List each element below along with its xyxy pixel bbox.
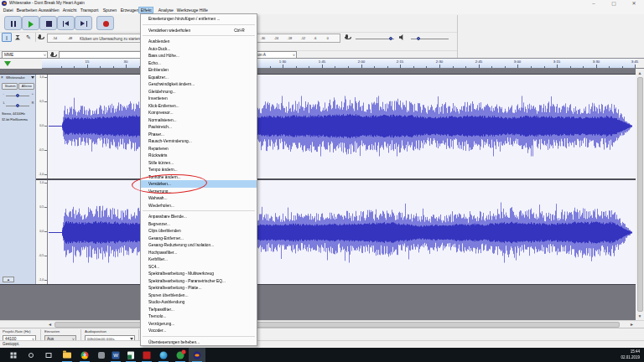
taskbar-icon-word[interactable]: W <box>107 348 124 362</box>
taskbar-icon-excel[interactable] <box>122 348 139 362</box>
menu-item-sc-[interactable]: SC4... <box>141 263 257 271</box>
menubar-item-bearbeiten[interactable]: Bearbeiten <box>15 8 39 13</box>
menubar-item-analyse[interactable]: Analyse <box>157 8 175 13</box>
menu-item-tremolo-[interactable]: Tremolo... <box>141 313 257 320</box>
output-volume-thumb[interactable] <box>417 37 420 40</box>
menu-item-rausch-verminderung-[interactable]: Rausch-Verminderung... <box>141 137 257 145</box>
menu-item-stille-k-rzen-[interactable]: Stille kürzen... <box>141 159 257 167</box>
menu-item-invertieren[interactable]: Invertieren <box>141 95 257 102</box>
menu-item-wiederholen-[interactable]: Wiederholen... <box>141 202 257 209</box>
vertical-scrollbar[interactable]: ▲ ▼ <box>636 69 644 320</box>
menu-item-clips-berblenden[interactable]: Clips überblenden <box>141 227 257 235</box>
menu-item-kompressor-[interactable]: Kompressor... <box>141 109 257 116</box>
menu-item-geschwindigkeit-ndern-[interactable]: Geschwindigkeit ändern... <box>141 80 257 88</box>
menu-item-echo-[interactable]: Echo... <box>141 59 257 67</box>
taskbar-icon-edge[interactable] <box>155 348 172 362</box>
menu-item-kerbfilter-[interactable]: Kerbfilter... <box>141 256 257 263</box>
menu-item-bass-und-h-he-[interactable]: Bass und Höhe... <box>141 52 257 59</box>
menu-item-spektralbearbeitung-platte-[interactable]: Spektralbearbeitung - Platte... <box>141 284 257 292</box>
play-button[interactable] <box>22 16 39 30</box>
menu-item-verz-gerung-[interactable]: Verzögerung... <box>141 320 257 328</box>
menu-item-spektralbearbeitung-parametrischer-eq-[interactable]: Spektralbearbeitung - Parametrischer EQ.… <box>141 277 257 285</box>
menu-item-wahwah-[interactable]: Wahwah... <box>141 194 257 202</box>
pinned-playhead-icon[interactable] <box>4 61 11 66</box>
horizontal-scrollbar[interactable]: ◄ ► <box>0 320 644 328</box>
track-menu-caret-icon[interactable] <box>31 76 34 79</box>
scroll-down-icon[interactable]: ▼ <box>636 312 644 320</box>
draw-tool[interactable]: ✎ <box>23 33 34 42</box>
menu-item-verst-rken-wiederholen[interactable]: Verstärken wiederholenCtrl-R <box>141 27 257 34</box>
menu-item-studio-ausblendung[interactable]: Studio-Ausblendung <box>141 298 257 306</box>
taskbar-icon-file-explorer[interactable] <box>59 348 75 362</box>
taskbar-icon-chrome[interactable] <box>76 348 93 362</box>
menubar-item-erzeugen[interactable]: Erzeugen <box>119 8 140 13</box>
menu-item-spuren-berblenden-[interactable]: Spuren überblenden... <box>141 292 257 299</box>
maximize-button[interactable]: ▢ <box>607 0 621 7</box>
selection-tool[interactable]: I <box>2 33 12 42</box>
track-name[interactable]: Whitesnake <box>6 75 25 79</box>
taskbar-icon-antivirus[interactable] <box>172 348 189 362</box>
menu-item-normalisieren-[interactable]: Normalisieren... <box>141 116 257 124</box>
taskbar-icon-task-view[interactable] <box>40 348 57 362</box>
taskbar-icon-audacity[interactable] <box>189 348 205 362</box>
input-volume-thumb[interactable] <box>389 37 392 40</box>
audio-host-dropdown[interactable]: MME˅ <box>2 51 48 59</box>
taskbar-icon-start-menu[interactable] <box>5 348 22 362</box>
track-control-panel[interactable]: × Whitesnake Stumm Alleine - + L R Stere… <box>0 75 36 284</box>
menu-item-tiefpassfilter-[interactable]: Tiefpassfilter... <box>141 306 257 313</box>
menu-item-spektralbearbeitung-multiwerkzeug[interactable]: Spektralbearbeitung - Multiwerkzeug <box>141 270 257 277</box>
menu-item-auto-duck-[interactable]: Auto-Duck... <box>141 45 257 53</box>
taskbar-icon-search[interactable] <box>23 348 39 362</box>
gain-slider-thumb[interactable] <box>16 94 19 97</box>
minimize-button[interactable]: – <box>587 0 600 7</box>
menu-item-equalizer-[interactable]: Equalizer... <box>141 74 257 81</box>
skip-to-end-button[interactable] <box>75 16 92 30</box>
menu-item-r-ckw-rts[interactable]: Rückwärts <box>141 152 257 159</box>
vertical-scroll-thumb[interactable] <box>637 77 643 312</box>
menu-item-vocoder-[interactable]: Vocoder... <box>141 327 257 334</box>
track-collapse-button[interactable]: ▲ <box>3 277 14 282</box>
menu-item-gleitdehnung-[interactable]: Gleitdehnung... <box>141 88 257 96</box>
menubar-item-effekt[interactable]: Effekt <box>139 8 153 13</box>
menu-item-gesang-entferner-[interactable]: Gesang-Entferner... <box>141 235 257 242</box>
menubar-item-hilfe[interactable]: Hilfe <box>198 8 210 13</box>
record-button[interactable] <box>96 16 114 30</box>
solo-button[interactable]: Alleine <box>18 83 34 90</box>
menubar-item-ansicht[interactable]: Ansicht <box>61 8 78 13</box>
menubar-item-transport[interactable]: Transport <box>79 8 100 13</box>
close-button[interactable]: ✕ <box>627 0 641 7</box>
menu-item-gesang-reduzierung-und-isolation-[interactable]: Gesang-Reduzierung und Isolation... <box>141 241 257 249</box>
taskbar-clock[interactable]: 15:44 02.01.2019 <box>615 349 640 360</box>
track-close-icon[interactable]: × <box>1 75 3 80</box>
menu-item-erweiterungen-hinzuf-gen-entfernen-[interactable]: Erweiterungen hinzufügen / entfernen ... <box>141 15 257 23</box>
pan-slider-thumb[interactable] <box>16 104 19 107</box>
mute-button[interactable]: Stumm <box>2 83 18 90</box>
menu-item--bersteuerungen-beheben-[interactable]: Übersteuerungen beheben... <box>141 339 257 346</box>
waveform-right-channel[interactable] <box>49 181 636 284</box>
taskbar-icon-acrobat[interactable] <box>138 348 155 362</box>
scroll-up-icon[interactable]: ▲ <box>636 69 644 77</box>
menu-item-hochpassfilter-[interactable]: Hochpassfilter... <box>141 249 257 256</box>
menu-item-einblenden[interactable]: Einblenden <box>141 66 257 74</box>
menu-item-phaser-[interactable]: Phaser... <box>141 131 257 138</box>
menu-item-begrenzer-[interactable]: Begrenzer... <box>141 220 257 228</box>
menu-item-klick-entfernen-[interactable]: Klick-Entfernen... <box>141 102 257 110</box>
pause-button[interactable] <box>4 16 22 30</box>
menu-item-reparieren[interactable]: Reparieren <box>141 145 257 153</box>
menubar-item-spuren[interactable]: Spuren <box>101 8 118 13</box>
waveform-left-channel[interactable] <box>49 75 636 178</box>
timeline-ruler[interactable]: 1530451:001:151:301:452:002:152:302:453:… <box>42 59 636 68</box>
menubar-item-datei[interactable]: Datei <box>2 8 14 13</box>
ruler-tick <box>609 66 610 68</box>
stop-button[interactable] <box>39 16 57 30</box>
menu-item-anpassbare-blende-[interactable]: Anpassbare Blende... <box>141 213 257 220</box>
skip-to-start-button[interactable] <box>57 16 75 30</box>
menu-item-paulstretch-[interactable]: Paulstretch... <box>141 123 257 131</box>
envelope-tool[interactable] <box>13 33 23 42</box>
menubar-item-auswählen[interactable]: Auswählen <box>37 8 60 13</box>
ruler-tick <box>413 66 414 68</box>
menubar-item-werkzeuge[interactable]: Werkzeuge <box>175 8 200 13</box>
menu-item-tempo-ndern-[interactable]: Tempo ändern... <box>141 166 257 173</box>
menu-item-ausblenden[interactable]: Ausblenden <box>141 38 257 45</box>
audio-track[interactable]: × Whitesnake Stumm Alleine - + L R Stere… <box>0 74 636 285</box>
